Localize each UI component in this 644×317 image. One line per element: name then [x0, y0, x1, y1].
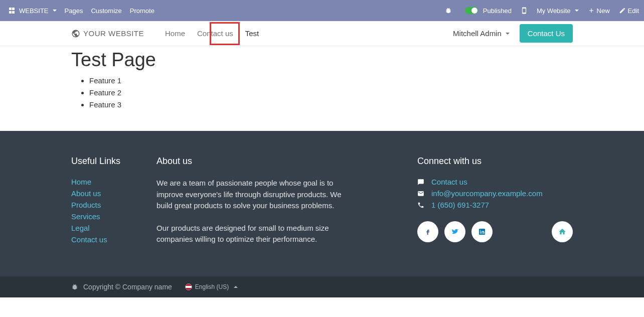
- brand-text: YOUR WEBSITE: [83, 29, 144, 38]
- topbar-pages[interactable]: Pages: [61, 7, 87, 15]
- social-facebook[interactable]: [417, 221, 438, 242]
- subfooter: Copyright © Company name English (US): [0, 276, 644, 297]
- footer-links-heading: Useful Links: [71, 156, 156, 167]
- publish-toggle[interactable]: Published: [465, 7, 512, 15]
- linkedin-icon: [478, 228, 486, 236]
- topbar-customize[interactable]: Customize: [87, 7, 125, 15]
- topbar-promote[interactable]: Promote: [126, 7, 158, 15]
- list-item: Feature 2: [89, 87, 573, 99]
- footer-about-heading: About us: [156, 156, 357, 167]
- edit-label: Edit: [628, 7, 639, 15]
- footer-connect-col: Connect with us Contact us info@yourcomp…: [417, 156, 573, 256]
- footer-about-col: About us We are a team of passionate peo…: [156, 156, 357, 256]
- new-label: New: [597, 7, 610, 15]
- footer-links-col: Useful Links Home About us Products Serv…: [71, 156, 156, 256]
- nav-contact-us[interactable]: Contact us: [191, 22, 239, 45]
- new-button[interactable]: New: [588, 7, 610, 15]
- copyright-text: Copyright © Company name: [83, 283, 172, 291]
- language-label: English (US): [195, 283, 229, 290]
- footer-email-link[interactable]: info@yourcompany.example.com: [431, 189, 543, 198]
- mobile-preview[interactable]: [521, 7, 528, 14]
- twitter-icon: [451, 228, 459, 236]
- nav-home[interactable]: Home: [159, 22, 191, 45]
- footer-phone-link[interactable]: 1 (650) 691-3277: [431, 201, 489, 209]
- social-twitter[interactable]: [444, 221, 465, 242]
- social-linkedin[interactable]: [471, 221, 493, 242]
- bug-icon: [71, 283, 78, 290]
- footer-link-home[interactable]: Home: [71, 178, 91, 186]
- facebook-icon: [424, 228, 432, 236]
- social-home[interactable]: [552, 221, 573, 242]
- flag-icon: [185, 283, 192, 290]
- footer-link-services[interactable]: Services: [71, 212, 100, 221]
- website-menu[interactable]: WEBSITE: [5, 7, 61, 15]
- nav-test[interactable]: Test: [239, 22, 265, 45]
- caret-down-icon: [575, 10, 579, 12]
- editor-topbar: WEBSITE Pages Customize Promote Publishe…: [0, 0, 644, 21]
- edit-button[interactable]: Edit: [619, 7, 639, 15]
- globe-icon: [71, 29, 80, 38]
- footer-contact-link[interactable]: Contact us: [431, 178, 467, 186]
- caret-up-icon: [234, 286, 238, 288]
- social-row: [417, 221, 573, 242]
- website-menu-label: WEBSITE: [19, 7, 49, 15]
- page-content: Test Page Feature 1 Feature 2 Feature 3: [71, 46, 573, 131]
- user-dropdown[interactable]: Mitchell Admin: [453, 29, 510, 38]
- site-switcher-label: My Website: [537, 7, 571, 15]
- page-title: Test Page: [71, 49, 573, 71]
- main-nav: Home Contact us Test: [159, 22, 265, 45]
- contact-us-button[interactable]: Contact Us: [520, 24, 573, 43]
- footer-link-legal[interactable]: Legal: [71, 224, 90, 232]
- footer-link-products[interactable]: Products: [71, 201, 101, 209]
- toggle-on-icon: [465, 7, 478, 14]
- phone-icon: [417, 202, 424, 209]
- site-header: YOUR WEBSITE Home Contact us Test Mitche…: [0, 21, 644, 46]
- list-item: Feature 3: [89, 99, 573, 111]
- user-name: Mitchell Admin: [453, 29, 502, 38]
- mail-icon: [417, 190, 424, 197]
- footer-about-p1: We are a team of passionate people whose…: [156, 178, 357, 212]
- publish-label: Published: [483, 7, 512, 15]
- list-item: Feature 1: [89, 75, 573, 87]
- footer-about-p2: Our products are designed for small to m…: [156, 223, 357, 245]
- home-icon: [558, 228, 566, 236]
- chat-icon: [417, 179, 424, 186]
- caret-down-icon: [506, 33, 510, 35]
- apps-icon: [9, 8, 15, 14]
- footer-link-contact[interactable]: Contact us: [71, 235, 107, 244]
- feature-list: Feature 1 Feature 2 Feature 3: [71, 75, 573, 111]
- footer-link-about[interactable]: About us: [71, 189, 101, 198]
- site-brand[interactable]: YOUR WEBSITE: [71, 29, 144, 38]
- language-switcher[interactable]: English (US): [185, 283, 238, 290]
- site-switcher[interactable]: My Website: [537, 7, 579, 15]
- bug-icon[interactable]: [441, 7, 456, 14]
- footer-connect-heading: Connect with us: [417, 156, 573, 167]
- site-footer: Useful Links Home About us Products Serv…: [0, 131, 644, 276]
- caret-down-icon: [53, 10, 57, 12]
